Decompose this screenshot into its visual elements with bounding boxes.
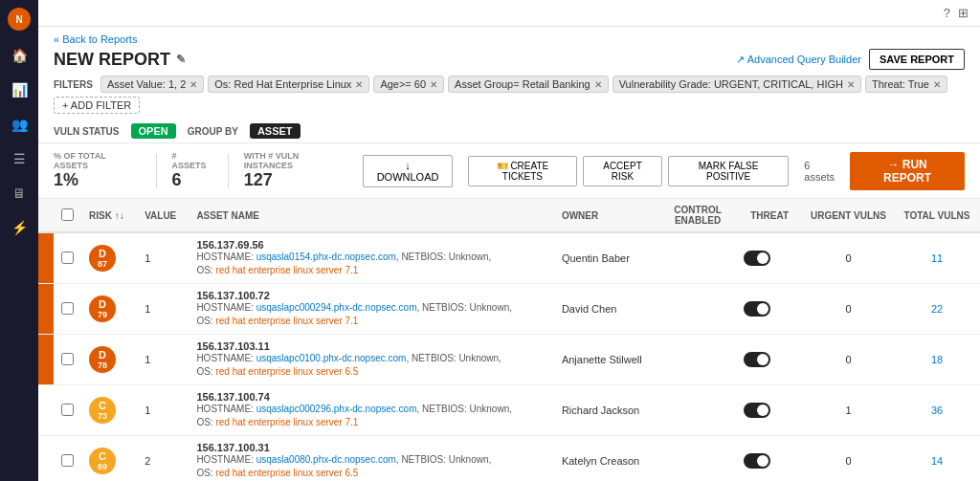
row-total-vulns[interactable]: 18 — [894, 335, 980, 385]
asset-os[interactable]: red hat enterprise linux server 6.5 — [215, 468, 358, 478]
help-icon[interactable]: ? — [944, 6, 950, 20]
sidebar-menu-icon[interactable]: ☰ — [10, 149, 29, 168]
action-buttons-area: ↓ DOWNLOAD — [363, 155, 452, 187]
vuln-status-open-badge[interactable]: OPEN — [131, 123, 176, 139]
row-checkbox-cell — [54, 385, 81, 436]
sidebar-chart-icon[interactable]: 📊 — [10, 80, 29, 99]
sidebar-monitor-icon[interactable]: 🖥 — [10, 184, 29, 203]
save-report-button[interactable]: SAVE REPORT — [869, 49, 965, 70]
assets-label: # ASSETS — [172, 151, 212, 170]
filter-chip-age[interactable]: Age>= 60 ✕ — [373, 76, 444, 93]
asset-os[interactable]: red hat enterprise linux server 7.1 — [215, 417, 358, 427]
row-threat — [736, 232, 803, 284]
col-asset-name-header[interactable]: ASSET NAME — [189, 199, 554, 232]
remove-filter-asset-value[interactable]: ✕ — [189, 79, 197, 90]
threat-toggle[interactable] — [744, 251, 770, 266]
edit-title-icon[interactable]: ✎ — [176, 53, 186, 66]
threat-toggle[interactable] — [744, 453, 770, 469]
row-urgent-vulns: 0 — [803, 436, 894, 482]
threat-toggle[interactable] — [744, 403, 770, 418]
col-risk-header[interactable]: RISK ↑↓ — [81, 199, 137, 232]
asset-os[interactable]: red hat enterprise linux server 7.1 — [215, 265, 358, 275]
risk-badge: C73 — [89, 397, 116, 424]
table-body: D871 156.137.69.56 HOSTNAME: usqasla0154… — [38, 232, 980, 481]
asset-detail: HOSTNAME: usqasla0154.phx-dc.nopsec.com,… — [196, 251, 546, 277]
vuln-instances-stat: WITH # VULN INSTANCES 127 — [244, 151, 348, 190]
top-bar-icons: ? ⊞ — [944, 6, 969, 20]
sidebar-bolt-icon[interactable]: ⚡ — [10, 218, 29, 237]
filter-chip-vuln-grade[interactable]: Vulnerability Grade: URGENT, CRITICAL, H… — [612, 76, 861, 93]
row-total-vulns[interactable]: 22 — [894, 284, 980, 335]
row-select-checkbox[interactable] — [61, 353, 74, 365]
hostname-link[interactable]: usqasla0154.phx-dc.nopsec.com — [256, 251, 396, 262]
filter-chip-asset-value[interactable]: Asset Value: 1, 2 ✕ — [100, 76, 204, 93]
threat-toggle[interactable] — [744, 301, 770, 317]
row-select-checkbox[interactable] — [61, 302, 74, 315]
stat-divider-1 — [156, 154, 157, 188]
row-risk: C69 — [81, 436, 137, 482]
col-checkbox-header — [54, 199, 81, 232]
remove-filter-age[interactable]: ✕ — [430, 79, 437, 90]
filters-row: FILTERS Asset Value: 1, 2 ✕ Os: Red Hat … — [38, 70, 980, 120]
row-checkbox-cell — [54, 232, 81, 284]
sidebar-logo[interactable]: N — [8, 8, 31, 31]
row-total-vulns[interactable]: 14 — [894, 436, 980, 482]
threat-toggle[interactable] — [744, 352, 770, 367]
row-select-checkbox[interactable] — [61, 454, 74, 467]
asset-ip: 156.137.100.72 — [196, 290, 546, 301]
row-asset-name: 156.137.103.11 HOSTNAME: usqaslapc0100.p… — [189, 335, 554, 385]
remove-filter-threat[interactable]: ✕ — [933, 79, 941, 90]
col-value-header[interactable]: VALUE — [137, 199, 189, 232]
remove-filter-os[interactable]: ✕ — [355, 79, 363, 90]
sidebar-users-icon[interactable]: 👥 — [10, 115, 29, 134]
advanced-query-link[interactable]: ↗ Advanced Query Builder — [736, 54, 861, 66]
row-total-vulns[interactable]: 36 — [894, 385, 980, 436]
table-row: C692 156.137.100.31 HOSTNAME: usqasla008… — [38, 436, 980, 482]
asset-ip: 156.137.103.11 — [196, 340, 546, 352]
row-control-enabled — [659, 232, 736, 284]
add-filter-button[interactable]: + ADD FILTER — [54, 97, 140, 114]
col-total-vulns-header[interactable]: TOTAL VULNS — [894, 199, 980, 232]
filter-chip-asset-group[interactable]: Asset Group= Retail Banking ✕ — [448, 76, 609, 93]
vuln-label: WITH # VULN INSTANCES — [244, 151, 348, 170]
row-risk: C73 — [81, 385, 137, 436]
col-control-header[interactable]: CONTROLENABLED — [659, 199, 736, 232]
select-all-checkbox[interactable] — [61, 208, 74, 221]
remove-filter-vuln-grade[interactable]: ✕ — [847, 79, 855, 90]
sidebar-home-icon[interactable]: 🏠 — [10, 46, 29, 65]
col-owner-header[interactable]: OWNER — [554, 199, 659, 232]
col-urgent-vulns-header[interactable]: URGENT VULNS — [803, 199, 894, 232]
row-threat — [736, 284, 803, 335]
hostname-link[interactable]: usqaslapc000296.phx-dc.nopsec.com — [256, 404, 417, 414]
create-tickets-button[interactable]: 🎫 CREATE TICKETS — [468, 156, 578, 186]
download-button[interactable]: ↓ DOWNLOAD — [363, 155, 452, 187]
accept-risk-button[interactable]: ACCEPT RISK — [583, 156, 662, 186]
mark-false-positive-button[interactable]: MARK FALSE POSITIVE — [668, 156, 790, 186]
grid-icon[interactable]: ⊞ — [958, 6, 969, 20]
filter-chip-os[interactable]: Os: Red Hat Enterprise Linux ✕ — [208, 76, 369, 93]
filter-chip-threat[interactable]: Threat: True ✕ — [865, 76, 947, 93]
stat-divider-2 — [228, 154, 229, 188]
row-checkbox-cell — [54, 284, 81, 335]
asset-detail: HOSTNAME: usqasla0080.phx-dc.nopsec.com,… — [196, 453, 546, 480]
row-value: 1 — [137, 385, 189, 436]
row-select-checkbox[interactable] — [61, 251, 74, 264]
col-threat-header[interactable]: THREAT — [736, 199, 803, 232]
back-to-reports-link[interactable]: « Back to Reports — [54, 33, 137, 45]
group-by-asset-badge[interactable]: ASSET — [250, 123, 301, 139]
row-select-checkbox[interactable] — [61, 404, 74, 416]
remove-filter-asset-group[interactable]: ✕ — [594, 79, 602, 90]
row-asset-name: 156.137.69.56 HOSTNAME: usqasla0154.phx-… — [189, 232, 554, 284]
row-threat — [736, 385, 803, 436]
asset-os[interactable]: red hat enterprise linux server 6.5 — [215, 366, 358, 377]
hostname-link[interactable]: usqaslapc000294.phx-dc.nopsec.com — [256, 302, 417, 313]
assets-stat: # ASSETS 6 — [172, 151, 212, 190]
table-row: D781 156.137.103.11 HOSTNAME: usqaslapc0… — [38, 335, 980, 385]
row-indicator — [38, 232, 54, 284]
asset-os[interactable]: red hat enterprise linux server 7.1 — [215, 316, 358, 326]
hostname-link[interactable]: usqaslapc0100.phx-dc.nopsec.com — [256, 353, 407, 363]
row-total-vulns[interactable]: 11 — [894, 232, 980, 284]
run-report-button[interactable]: → RUN REPORT — [850, 152, 965, 190]
asset-detail: HOSTNAME: usqaslapc000294.phx-dc.nopsec.… — [196, 301, 546, 328]
hostname-link[interactable]: usqasla0080.phx-dc.nopsec.com — [256, 454, 396, 465]
